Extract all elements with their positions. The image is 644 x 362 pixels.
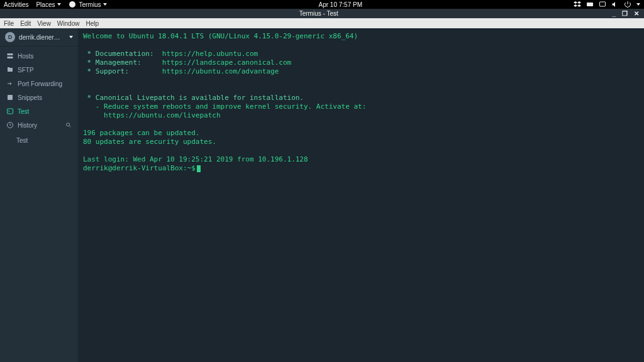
menu-view[interactable]: View (37, 20, 51, 27)
port-forwarding-icon (6, 80, 14, 87)
sidebar-item-sftp[interactable]: SFTP (0, 63, 78, 77)
sidebar-item-label: Test (18, 108, 29, 115)
motd-livepatch-2: - Reduce system reboots and improve kern… (83, 102, 366, 111)
svg-rect-5 (8, 95, 13, 100)
clock[interactable]: Apr 10 7:57 PM (107, 1, 574, 8)
account-switcher[interactable]: D derrik.diener@gmail.com (0, 28, 78, 47)
sidebar-item-label: Hosts (18, 53, 34, 60)
menu-help[interactable]: Help (86, 20, 99, 27)
svg-rect-2 (600, 2, 606, 6)
motd-mgmt-url: https://landscape.canonical.com (162, 58, 291, 67)
termius-app-icon (69, 1, 76, 8)
svg-rect-4 (8, 57, 13, 58)
window-titlebar: Termius - Test _ ❐ ✕ (0, 9, 644, 18)
volume-icon[interactable] (611, 1, 619, 8)
sidebar-item-history[interactable]: History (0, 118, 78, 132)
close-button[interactable]: ✕ (634, 10, 639, 17)
app-menubar: File Edit View Window Help (0, 18, 644, 28)
minimize-button[interactable]: _ (612, 10, 616, 17)
sidebar: D derrik.diener@gmail.com Hosts SFTP Por… (0, 28, 78, 362)
svg-point-0 (69, 1, 75, 8)
places-label: Places (36, 1, 55, 8)
screen-icon[interactable] (599, 1, 606, 8)
activities-button[interactable]: Activities (4, 1, 28, 8)
motd-sup-label: * Support: (83, 67, 162, 75)
menu-window[interactable]: Window (57, 20, 80, 27)
svg-line-9 (69, 126, 70, 127)
history-entry[interactable]: Test (16, 134, 78, 146)
places-menu[interactable]: Places (36, 1, 61, 8)
maximize-button[interactable]: ❐ (622, 10, 628, 17)
shell-prompt: derrik@derrik-VirtualBox:~$ (83, 164, 196, 172)
motd-sup-url: https://ubuntu.com/advantage (162, 67, 279, 75)
sidebar-item-test[interactable]: Test (0, 104, 78, 118)
terminal-pane[interactable]: Welcome to Ubuntu 18.04.1 LTS (GNU/Linux… (78, 28, 644, 362)
account-email: derrik.diener@gmail.com (19, 34, 63, 41)
motd-welcome: Welcome to Ubuntu 18.04.1 LTS (GNU/Linux… (83, 32, 358, 40)
svg-rect-6 (8, 109, 13, 114)
menu-edit[interactable]: Edit (20, 20, 31, 27)
sidebar-item-port-forwarding[interactable]: Port Forwarding (0, 77, 78, 90)
search-icon[interactable] (65, 122, 72, 128)
dropbox-icon[interactable] (574, 1, 581, 8)
menu-file[interactable]: File (4, 20, 14, 27)
window-title: Termius - Test (25, 10, 612, 17)
last-login-line: Last login: Wed Apr 10 19:25:21 2019 fro… (83, 155, 308, 163)
motd-sec-updates: 80 updates are security updates. (83, 138, 216, 146)
sidebar-item-label: Snippets (18, 94, 42, 101)
sidebar-item-label: History (18, 122, 37, 129)
power-icon[interactable] (624, 1, 631, 8)
app-label: Termius (79, 1, 101, 8)
svg-rect-1 (587, 3, 593, 6)
motd-mgmt-label: * Management: (83, 58, 162, 67)
sidebar-item-hosts[interactable]: Hosts (0, 49, 78, 63)
sidebar-item-label: SFTP (18, 67, 34, 74)
gnome-topbar: Activities Places Termius Apr 10 7:57 PM (0, 0, 644, 9)
chevron-down-icon[interactable] (636, 3, 640, 6)
keyboard-icon[interactable] (586, 1, 594, 8)
app-menu[interactable]: Termius (69, 1, 107, 8)
hosts-icon (6, 52, 14, 60)
history-icon (6, 121, 14, 129)
sidebar-item-snippets[interactable]: Snippets (0, 90, 78, 104)
svg-rect-3 (8, 53, 13, 55)
motd-pkg-updates: 196 packages can be updated. (83, 129, 199, 137)
motd-livepatch-3: https://ubuntu.com/livepatch (83, 111, 221, 119)
sftp-icon (6, 66, 14, 74)
sidebar-item-label: Port Forwarding (18, 80, 62, 87)
motd-doc-url: https://help.ubuntu.com (162, 50, 258, 58)
chevron-down-icon (69, 36, 73, 38)
chevron-down-icon (57, 3, 61, 6)
system-tray (574, 1, 640, 8)
avatar: D (5, 32, 15, 42)
terminal-cursor (197, 165, 201, 172)
motd-livepatch-1: * Canonical Livepatch is available for i… (83, 94, 304, 102)
svg-point-8 (67, 123, 70, 126)
snippets-icon (6, 94, 14, 101)
motd-doc-label: * Documentation: (83, 50, 162, 58)
terminal-icon (6, 107, 14, 115)
